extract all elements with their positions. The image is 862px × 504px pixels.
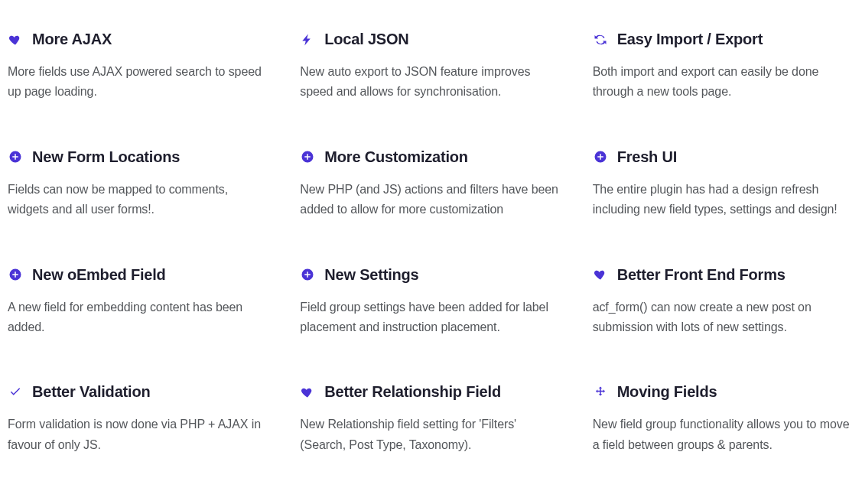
feature-heading: Local JSON — [300, 31, 561, 48]
feature-heading: Better Front End Forms — [593, 266, 854, 284]
arrows-icon — [593, 385, 608, 400]
check-icon — [8, 385, 23, 400]
feature-desc: Fields can now be mapped to comments, wi… — [8, 180, 269, 220]
feature-item: New oEmbed Field A new field for embeddi… — [8, 266, 269, 338]
feature-desc: New auto export to JSON feature improves… — [300, 62, 561, 102]
feature-title: More Customization — [324, 148, 468, 166]
plus-circle-icon — [8, 267, 23, 282]
feature-desc: New Relationship field setting for 'Filt… — [300, 415, 561, 455]
feature-title: More AJAX — [32, 31, 112, 48]
plus-circle-icon — [593, 149, 608, 164]
heart-icon — [300, 385, 315, 400]
feature-title: Local JSON — [324, 31, 408, 48]
feature-heading: New Form Locations — [8, 148, 269, 166]
feature-item: New Settings Field group settings have b… — [300, 266, 561, 338]
feature-desc: acf_form() can now create a new post on … — [593, 298, 854, 338]
feature-desc: A new field for embedding content has be… — [8, 298, 269, 338]
feature-desc: New PHP (and JS) actions and filters hav… — [300, 180, 561, 220]
plus-circle-icon — [300, 267, 315, 282]
feature-desc: More fields use AJAX powered search to s… — [8, 62, 269, 102]
feature-heading: Fresh UI — [593, 148, 854, 166]
feature-heading: More AJAX — [8, 31, 269, 48]
feature-title: Better Relationship Field — [324, 383, 501, 401]
feature-item: Better Front End Forms acf_form() can no… — [593, 266, 854, 338]
feature-item: Local JSON New auto export to JSON featu… — [300, 31, 561, 102]
feature-heading: Easy Import / Export — [593, 31, 854, 48]
feature-desc: Field group settings have been added for… — [300, 298, 561, 338]
feature-item: Easy Import / Export Both import and exp… — [593, 31, 854, 102]
feature-heading: Better Validation — [8, 383, 269, 401]
feature-title: New oEmbed Field — [32, 266, 166, 284]
feature-title: Moving Fields — [617, 383, 717, 401]
bolt-icon — [300, 32, 315, 47]
feature-title: New Form Locations — [32, 148, 180, 166]
feature-item: Better Relationship Field New Relationsh… — [300, 383, 561, 455]
feature-title: Better Validation — [32, 383, 150, 401]
feature-item: Better Validation Form validation is now… — [8, 383, 269, 455]
feature-item: More Customization New PHP (and JS) acti… — [300, 148, 561, 220]
heart-icon — [8, 32, 23, 47]
feature-desc: Form validation is now done via PHP + AJ… — [8, 415, 269, 455]
feature-desc: Both import and export can easily be don… — [593, 62, 854, 102]
plus-circle-icon — [8, 149, 23, 164]
feature-desc: New field group functionality allows you… — [593, 415, 854, 455]
feature-title: Fresh UI — [617, 148, 677, 166]
feature-item: New Form Locations Fields can now be map… — [8, 148, 269, 220]
feature-heading: Better Relationship Field — [300, 383, 561, 401]
feature-title: Better Front End Forms — [617, 266, 786, 284]
feature-item: More AJAX More fields use AJAX powered s… — [8, 31, 269, 102]
plus-circle-icon — [300, 149, 315, 164]
feature-title: New Settings — [324, 266, 418, 284]
feature-heading: New Settings — [300, 266, 561, 284]
feature-heading: More Customization — [300, 148, 561, 166]
feature-desc: The entire plugin has had a design refre… — [593, 180, 854, 220]
feature-heading: Moving Fields — [593, 383, 854, 401]
sync-icon — [593, 32, 608, 47]
feature-heading: New oEmbed Field — [8, 266, 269, 284]
feature-item: Fresh UI The entire plugin has had a des… — [593, 148, 854, 220]
feature-item: Moving Fields New field group functional… — [593, 383, 854, 455]
heart-icon — [593, 267, 608, 282]
feature-title: Easy Import / Export — [617, 31, 763, 48]
feature-grid: More AJAX More fields use AJAX powered s… — [8, 31, 854, 455]
